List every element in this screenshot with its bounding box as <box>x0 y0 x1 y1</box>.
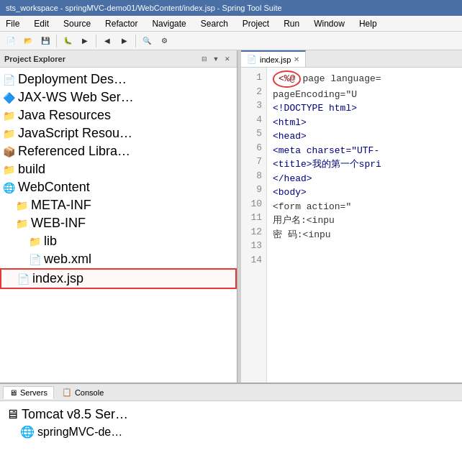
toolbar-run[interactable]: ▶ <box>77 33 93 49</box>
panel-title: Project Explorer <box>4 55 65 63</box>
tree-item-3[interactable]: 📁JavaScript Resou… <box>0 124 237 142</box>
toolbar-save[interactable]: 💾 <box>37 33 53 49</box>
tree-label-2: Java Resources <box>18 108 111 123</box>
line-num-11: 11 <box>245 211 262 225</box>
menu-bar: FileEditSourceRefactorNavigateSearchProj… <box>0 16 462 32</box>
tree-icon-4: 📦 <box>3 146 15 157</box>
tab-icon: 📄 <box>247 55 257 64</box>
tree-icon-8: 📁 <box>16 218 28 229</box>
tree-item-9[interactable]: 📁lib <box>0 232 237 250</box>
tree-indent <box>3 201 16 211</box>
panel-collapse[interactable]: ⊟ <box>199 54 209 64</box>
tree-item-10[interactable]: 📄web.xml <box>0 250 237 268</box>
code-text-3: <!DOCTYPE html> <box>273 101 357 116</box>
tree-label-4: Referenced Libra… <box>18 144 130 159</box>
menu-item-navigate[interactable]: Navigate <box>149 18 189 29</box>
toolbar-new[interactable]: 📄 <box>3 33 19 49</box>
menu-item-window[interactable]: Window <box>311 18 348 29</box>
tab-index-jsp[interactable]: 📄 index.jsp ✕ <box>241 50 306 67</box>
editor-tabs: 📄 index.jsp ✕ <box>241 50 462 68</box>
toolbar-open[interactable]: 📂 <box>20 33 36 49</box>
code-line-1: <%@ page language= <box>273 70 456 88</box>
bottom-tab-icon-0: 🖥 <box>9 388 17 397</box>
menu-item-source[interactable]: Source <box>60 18 94 29</box>
tree-icon-3: 📁 <box>3 128 15 139</box>
code-line-12: 用户名:<inpu <box>273 214 456 228</box>
line-num-10: 10 <box>245 197 262 211</box>
code-line-11: <form action=" <box>273 200 456 214</box>
jsp-directive-highlight: <%@ <box>273 70 301 88</box>
toolbar-fwd[interactable]: ▶ <box>117 33 132 49</box>
toolbar-debug[interactable]: 🐛 <box>60 33 76 49</box>
tree-item-8[interactable]: 📁WEB-INF <box>0 214 237 232</box>
line-num-9: 9 <box>245 183 262 197</box>
tree-icon-11: 📄 <box>17 273 30 285</box>
toolbar-search[interactable]: 🔍 <box>139 33 155 49</box>
tree-label-6: WebContent <box>18 180 90 195</box>
server-item-1[interactable]: 🌐springMVC-de… <box>6 424 456 440</box>
line-numbers: 1234567891011121314 <box>241 68 267 383</box>
line-num-7: 7 <box>245 155 262 169</box>
tree-item-5[interactable]: 📁build <box>0 160 237 178</box>
bottom-tab-label-0: Servers <box>20 388 47 397</box>
tree-label-9: lib <box>44 234 57 249</box>
tree-item-11[interactable]: 📄index.jsp <box>0 268 237 289</box>
menu-item-help[interactable]: Help <box>356 18 380 29</box>
code-line-14: 密 码:<inpu <box>273 228 456 242</box>
tree-icon-2: 📁 <box>3 110 15 122</box>
menu-item-project[interactable]: Project <box>240 18 272 29</box>
toolbar-back[interactable]: ◀ <box>99 33 115 49</box>
tree-indent <box>3 255 29 265</box>
bottom-panel: 🖥Servers📋Console 🖥Tomcat v8.5 Ser…🌐sprin… <box>0 383 462 476</box>
panel-header: Project Explorer ⊟ ▼ ✕ <box>0 50 237 68</box>
code-line-3: <!DOCTYPE html> <box>273 101 456 116</box>
server-item-0[interactable]: 🖥Tomcat v8.5 Ser… <box>6 406 456 424</box>
tree-indent <box>4 274 17 284</box>
tree-label-5: build <box>18 162 45 177</box>
tab-label: index.jsp <box>260 55 291 64</box>
panel-close[interactable]: ✕ <box>222 54 232 64</box>
tree-view: 📄Deployment Des…🔷JAX-WS Web Ser…📁Java Re… <box>0 68 237 383</box>
tree-label-7: META-INF <box>31 198 91 213</box>
code-text-6: <meta charset="UTF- <box>273 144 379 158</box>
tree-label-8: WEB-INF <box>31 216 86 231</box>
tree-label-10: web.xml <box>44 252 91 267</box>
editor-content[interactable]: 1234567891011121314 <%@ page language= p… <box>241 68 462 383</box>
code-line-8: </head> <box>273 172 456 186</box>
tree-icon-7: 📁 <box>16 200 28 211</box>
menu-item-edit[interactable]: Edit <box>31 18 52 29</box>
panel-menu[interactable]: ▼ <box>211 54 221 64</box>
menu-item-run[interactable]: Run <box>281 18 302 29</box>
bottom-tabs: 🖥Servers📋Console <box>0 384 462 401</box>
editor-panel: 📄 index.jsp ✕ 1234567891011121314 <%@ pa… <box>241 50 462 383</box>
tree-item-6[interactable]: 🌐WebContent <box>0 178 237 196</box>
bottom-tab-0[interactable]: 🖥Servers <box>3 386 54 399</box>
tree-icon-0: 📄 <box>3 74 15 86</box>
toolbar-settings[interactable]: ⚙ <box>156 33 172 49</box>
server-icon-1: 🌐 <box>20 425 35 439</box>
tree-item-7[interactable]: 📁META-INF <box>0 196 237 214</box>
tab-close-icon[interactable]: ✕ <box>294 55 299 63</box>
menu-item-file[interactable]: File <box>3 18 22 29</box>
toolbar-sep-2 <box>96 35 96 47</box>
line-num-12: 12 <box>245 225 262 239</box>
tree-item-1[interactable]: 🔷JAX-WS Web Ser… <box>0 88 237 106</box>
line-num-3: 3 <box>245 99 262 113</box>
menu-item-search[interactable]: Search <box>198 18 231 29</box>
server-label-1: springMVC-de… <box>37 426 122 439</box>
bottom-tab-1[interactable]: 📋Console <box>55 385 110 399</box>
tree-label-0: Deployment Des… <box>18 72 127 87</box>
line-num-4: 4 <box>245 113 262 127</box>
tree-item-0[interactable]: 📄Deployment Des… <box>0 70 237 88</box>
code-area[interactable]: <%@ page language= pageEncoding="U<!DOCT… <box>267 68 462 383</box>
code-text-11: <form action=" <box>273 200 351 214</box>
menu-item-refactor[interactable]: Refactor <box>102 18 140 29</box>
code-line-4: <html> <box>273 116 456 130</box>
tree-item-2[interactable]: 📁Java Resources <box>0 106 237 124</box>
line-num-14: 14 <box>245 253 262 267</box>
tree-icon-9: 📁 <box>29 236 41 247</box>
line-num-13: 13 <box>245 239 262 253</box>
tree-item-4[interactable]: 📦Referenced Libra… <box>0 142 237 160</box>
code-text: page language= <box>302 72 381 86</box>
line-num-6: 6 <box>245 141 262 155</box>
